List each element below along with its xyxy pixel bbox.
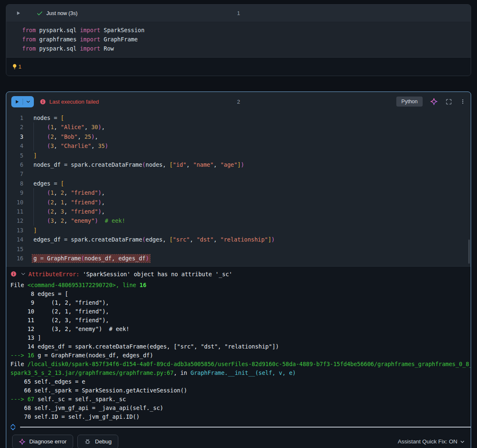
line-number: 7 [6,169,27,178]
code-line[interactable]: 8edges = [ [6,179,471,188]
code-token: 25 [84,133,91,140]
line-content: (3, "Charlie", 35) [27,141,471,150]
line-number: 9 [6,188,27,197]
cell2-footer: Diagnose error Debug Assistant Quick Fix… [6,432,471,448]
code-line[interactable]: 4 (3, "Charlie", 35) [6,141,471,150]
code-token: , [102,208,105,215]
code-line[interactable]: from pyspark.sql import Row [22,44,471,53]
code-token [33,143,47,149]
cell1-code-editor[interactable]: from pyspark.sql import SparkSessionfrom… [6,22,471,57]
line-content: nodes = [ [27,113,471,122]
code-line[interactable]: 12 (3, 2, "enemy") # eek! [6,216,471,225]
code-token: , [54,208,61,215]
error-output-header: AttributeError: 'SparkSession' object ha… [6,267,471,279]
traceback-token: ---> 16 [10,352,34,359]
code-token: 3 [51,143,54,149]
code-token: , [78,133,84,140]
error-status-badge: Last execution failed [40,99,99,105]
code-token: 1 [51,189,54,196]
traceback-token: 8 edges = [ [10,290,68,297]
collapse-output-button[interactable] [20,271,26,277]
traceback-line: 65 self._edges = e [10,377,471,386]
cell-menu-button[interactable] [460,98,466,105]
code-line[interactable]: from graphframes import GraphFrame [22,35,471,44]
debug-label: Debug [95,438,112,445]
code-token: , [186,161,193,168]
code-token: spark.createDataFrame [71,236,142,243]
code-line[interactable]: 6nodes_df = spark.createDataFrame(nodes,… [6,160,471,169]
code-token [33,189,47,196]
cell2-error-output: AttributeError: 'SparkSession' object ha… [6,266,471,448]
traceback-token: 70 self.ID = self._jvm_gf_api.ID() [10,413,140,420]
code-line[interactable]: 7 [6,169,471,178]
code-token: 2 [61,189,64,196]
code-line[interactable]: 3 (2, "Bob", 25), [6,132,471,141]
code-line[interactable]: 16g = GraphFrame(nodes_df, edges_df) [6,254,471,263]
line-content [27,244,471,254]
code-token: 2 [51,133,54,140]
cell1-header: Just now (3s) 1 [6,5,471,22]
code-token: "relationship" [220,236,268,243]
code-token: "src" [173,236,190,243]
code-token: ( [47,143,51,149]
code-token: "enemy" [71,217,94,224]
error-info-icon [10,271,17,277]
code-line[interactable]: 15 [6,244,471,254]
expand-cell-button[interactable] [445,98,452,105]
code-line[interactable]: from pyspark.sql import SparkSession [22,25,471,35]
chevron-down-icon [26,99,31,104]
cell2-code-editor[interactable]: 1nodes = [2 (1, "Alice", 30),3 (2, "Bob"… [6,111,471,266]
cell2-header-actions: Python [396,97,466,107]
code-line[interactable]: 11 (2, 3, "friend"), [6,207,471,216]
code-line[interactable]: 1nodes = [ [6,113,471,122]
output-resize-control [6,422,471,432]
code-line[interactable]: 9 (1, 2, "friend"), [6,188,471,197]
code-line[interactable]: 10 (2, 1, "friend"), [6,198,471,207]
diagnose-error-button[interactable]: Diagnose error [12,435,73,448]
line-content: (2, 1, "friend"), [27,198,471,207]
code-line[interactable]: 14edges_df = spark.createDataFrame(edges… [6,235,471,244]
code-token: ) [241,161,244,168]
assistant-hint-button[interactable] [11,63,18,70]
traceback-token: GraphFrame.__init__(self, v, e) [191,369,296,376]
code-line[interactable]: 13] [6,226,471,235]
fullscreen-icon [445,98,452,105]
code-token: 1 [51,124,54,130]
code-token: edges, [145,236,169,243]
code-token: ( [47,133,51,140]
error-message: 'SparkSession' object has no attribute '… [79,271,232,277]
line-content: ] [27,151,471,160]
code-token: [ [61,180,64,187]
code-token: SparkSession [100,27,145,33]
code-token: ( [47,189,51,196]
code-line[interactable]: 5] [6,151,471,160]
code-token [33,208,47,215]
traceback-line: 11 (2, 3, "friend"), [10,316,471,325]
code-token: , [64,217,71,224]
assistant-quickfix-toggle[interactable]: Assistant Quick Fix: ON [398,438,465,445]
language-selector[interactable]: Python [396,97,423,107]
kebab-menu-icon [460,98,466,105]
debug-button[interactable]: Debug [77,435,118,448]
traceback-token: g = GraphFrame(nodes_df, edges_df) [34,352,153,359]
run-cell-split-button[interactable] [11,96,34,107]
line-content: ] [27,226,471,235]
hint-count: 1 [18,64,21,70]
code-token: ] [268,236,271,243]
code-token: ) [98,124,102,130]
code-line[interactable]: 2 (1, "Alice", 30), [6,122,471,132]
assistant-button[interactable] [430,98,438,105]
success-check-icon [36,10,43,17]
output-resize-handle[interactable] [10,423,16,431]
code-token: GraphFrame [100,36,138,43]
traceback-line: ---> 16 g = GraphFrame(nodes_df, edges_d… [10,351,471,360]
traceback-token: 10 (2, 1, "friend"), [10,308,109,315]
code-token: import [80,36,100,43]
line-number: 16 [6,254,27,263]
code-token: = [64,236,71,243]
code-token: ] [33,227,37,234]
indent-guide [33,207,34,216]
code-token: , [102,199,105,206]
code-token: ( [47,199,51,206]
run-cell-button[interactable] [15,10,21,16]
